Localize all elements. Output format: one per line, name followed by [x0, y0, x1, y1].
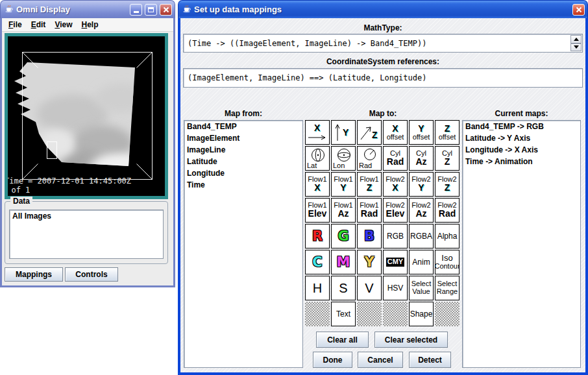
map-to-blue[interactable]: B: [357, 224, 382, 248]
map-to-rad[interactable]: Rad: [357, 146, 382, 171]
omni-titlebar[interactable]: Omni Display: [0, 0, 175, 18]
map-to-hatch-4: [435, 302, 459, 326]
detect-button[interactable]: Detect: [409, 352, 451, 368]
map-to-green[interactable]: G: [331, 224, 356, 248]
map-to-flow1-rad[interactable]: Flow1Rad: [357, 198, 382, 223]
map-to-h[interactable]: H: [305, 276, 330, 300]
map-to-x-axis[interactable]: XX: [305, 120, 330, 145]
minimize-button[interactable]: [130, 4, 142, 16]
mathtype-scrollbar: [570, 35, 582, 51]
svg-text:Lon: Lon: [333, 162, 345, 169]
list-item[interactable]: Latitude -> Y Axis: [463, 132, 580, 144]
map-to-flow1-z[interactable]: Flow1Z: [357, 172, 382, 197]
map-to-hsv[interactable]: HSV: [383, 276, 408, 300]
java-icon: [182, 4, 191, 16]
map-to-y-axis[interactable]: YY: [331, 120, 356, 145]
mathtype-field[interactable]: (Time -> ((ImageElement, ImageLine) -> B…: [183, 34, 583, 53]
map-to-flow2-elev[interactable]: Flow2Elev: [383, 198, 408, 223]
map-to-anim[interactable]: Anim: [409, 250, 434, 274]
svg-text:Z: Z: [372, 130, 378, 140]
list-item[interactable]: All Images: [10, 210, 163, 222]
map-to-hatch-3: [383, 302, 408, 326]
map-to-red[interactable]: R: [305, 224, 330, 248]
time-label: Time = 2007-12-01 14:45:00Z: [5, 176, 131, 186]
menu-help[interactable]: Help: [79, 19, 104, 30]
map-to-lat[interactable]: Lat: [305, 146, 330, 171]
list-item[interactable]: Time -> Animation: [463, 156, 580, 167]
controls-button[interactable]: Controls: [65, 267, 118, 282]
map-to-select-value[interactable]: SelectValue: [409, 276, 434, 300]
dialog-titlebar[interactable]: Set up data mappings: [178, 0, 588, 18]
map-to-rgb[interactable]: RGB: [383, 224, 408, 248]
map-to-shape[interactable]: Shape: [409, 302, 434, 326]
map-to-cyl-az[interactable]: CylAz: [409, 146, 434, 171]
menu-file[interactable]: File: [6, 19, 27, 30]
map-to-select-range[interactable]: SelectRange: [435, 276, 459, 300]
map-to-flow2-rad[interactable]: Flow2Rad: [435, 198, 459, 223]
map-to-y-offset[interactable]: Yoffset: [409, 120, 434, 145]
map-to-flow1-y[interactable]: Flow1Y: [331, 172, 356, 197]
map-to-z-axis[interactable]: ZZ: [357, 120, 382, 145]
map-to-grid: XXYYZZXoffsetYoffsetZoffsetLatLonRadCylR…: [305, 120, 461, 328]
satellite-image: [8, 36, 165, 196]
map-to-flow1-az[interactable]: Flow1Az: [331, 198, 356, 223]
map-to-rgba[interactable]: RGBA: [409, 224, 434, 248]
map-to-flow2-x[interactable]: Flow2X: [383, 172, 408, 197]
data-group: Data All Images: [5, 201, 168, 264]
map-from-list[interactable]: Band4_TEMPImageElementImageLineLatitudeL…: [184, 120, 303, 368]
list-item[interactable]: Latitude: [184, 156, 302, 167]
menu-view[interactable]: View: [52, 19, 77, 30]
svg-text:Rad: Rad: [359, 162, 372, 169]
map-to-iso-contour[interactable]: IsoContour: [435, 250, 459, 274]
map-to-lon[interactable]: Lon: [331, 146, 356, 171]
map-to-z-offset[interactable]: Zoffset: [435, 120, 459, 145]
done-button[interactable]: Done: [313, 352, 352, 368]
map-to-alpha[interactable]: Alpha: [435, 224, 459, 248]
clear-all-button[interactable]: Clear all: [316, 332, 369, 348]
list-item[interactable]: Time: [184, 179, 302, 191]
map-to-hatch-2: [357, 302, 382, 326]
cancel-button[interactable]: Cancel: [358, 352, 403, 368]
list-item[interactable]: Band4_TEMP: [184, 121, 302, 132]
map-to-flow1-elev[interactable]: Flow1Elev: [305, 198, 330, 223]
scroll-up-button[interactable]: [570, 35, 582, 43]
map-to-v[interactable]: V: [357, 276, 382, 300]
list-item[interactable]: Longitude: [184, 167, 302, 179]
map-to-flow2-az[interactable]: Flow2Az: [409, 198, 434, 223]
map-to-cmy[interactable]: CMY: [383, 250, 408, 274]
scroll-down-button[interactable]: [570, 43, 582, 52]
data-list[interactable]: All Images: [9, 210, 164, 259]
close-icon[interactable]: [160, 4, 172, 16]
map-to-s[interactable]: S: [331, 276, 356, 300]
dialog-title: Set up data mappings: [194, 5, 570, 14]
mathtype-label: MathType:: [180, 23, 585, 32]
menu-edit[interactable]: Edit: [29, 19, 51, 30]
mappings-button[interactable]: Mappings: [5, 267, 63, 282]
java-icon: [5, 4, 14, 16]
map-to-cyl-z[interactable]: CylZ: [435, 146, 459, 171]
list-item[interactable]: Band4_TEMP -> RGB: [463, 121, 580, 132]
list-item[interactable]: Longitude -> X Axis: [463, 144, 580, 156]
map-to-flow1-x[interactable]: Flow1X: [305, 172, 330, 197]
svg-text:Y: Y: [343, 127, 349, 138]
maximize-button[interactable]: [145, 4, 157, 16]
map-to-cyan[interactable]: C: [305, 250, 330, 274]
map-to-flow2-y[interactable]: Flow2Y: [409, 172, 434, 197]
map-to-text[interactable]: Text: [331, 302, 356, 326]
display-canvas[interactable]: Time = 2007-12-01 14:45:00Z 1 of 1: [5, 33, 168, 199]
map-to-magenta[interactable]: M: [331, 250, 356, 274]
clear-selected-button[interactable]: Clear selected: [374, 332, 448, 348]
current-maps-list[interactable]: Band4_TEMP -> RGBLatitude -> Y AxisLongi…: [462, 120, 581, 368]
svg-text:X: X: [314, 123, 321, 133]
coordsys-field[interactable]: (ImageElement, ImageLine) ==> (Latitude,…: [183, 68, 583, 88]
map-to-yellow[interactable]: Y: [357, 250, 382, 274]
list-item[interactable]: ImageLine: [184, 144, 302, 156]
map-to-cyl-rad[interactable]: CylRad: [383, 146, 408, 171]
close-icon[interactable]: [572, 4, 585, 16]
data-mappings-dialog: Set up data mappings MathType: (Time -> …: [178, 0, 588, 375]
map-to-label: Map to:: [305, 109, 461, 118]
coordsys-label: CoordinateSystem references:: [180, 57, 585, 66]
map-to-flow2-z[interactable]: Flow2Z: [435, 172, 459, 197]
list-item[interactable]: ImageElement: [184, 132, 302, 144]
map-to-x-offset[interactable]: Xoffset: [383, 120, 408, 145]
